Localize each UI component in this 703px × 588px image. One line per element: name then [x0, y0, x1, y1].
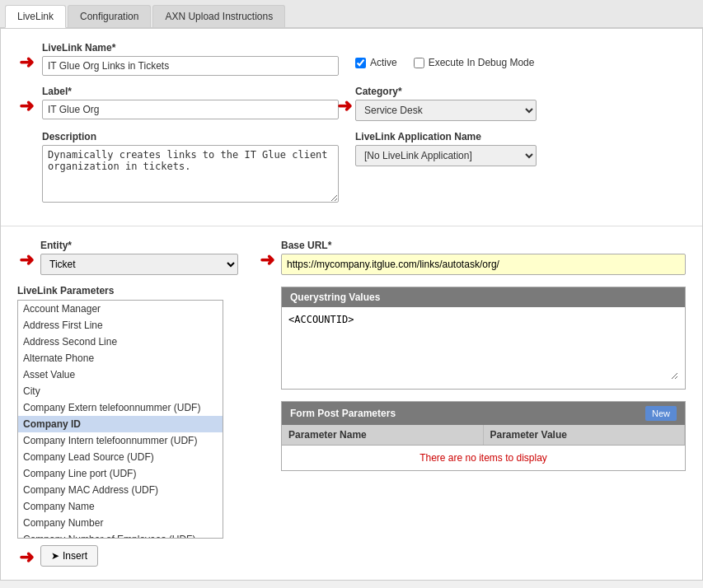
category-group: ➜ Category* Service Desk: [355, 86, 537, 121]
tab-livelink[interactable]: LiveLink: [5, 5, 66, 28]
top-section: ➜ LiveLink Name* Active Execute In Debug…: [1, 29, 702, 226]
list-item[interactable]: Address First Line: [18, 317, 223, 334]
querystring-content: <ACCOUNTID>: [282, 307, 685, 389]
description-label: Description: [42, 131, 339, 142]
entity-group: ➜ Entity* Ticket: [40, 240, 265, 275]
new-button[interactable]: New: [645, 406, 677, 421]
livelink-name-label: LiveLink Name*: [42, 42, 339, 54]
formpost-box: Form Post Parameters New Parameter Name …: [281, 401, 686, 471]
tab-axn-upload[interactable]: AXN Upload Instructions: [152, 5, 285, 27]
debug-group: Execute In Debug Mode: [414, 42, 535, 68]
list-item[interactable]: Address Second Line: [18, 334, 223, 350]
left-panel: ➜ Entity* Ticket LiveLink Parameters Acc…: [17, 240, 265, 567]
label-group: Label*: [42, 86, 339, 119]
category-label: Category*: [355, 86, 537, 97]
arrow-category: ➜: [337, 97, 352, 115]
tabs-bar: LiveLink Configuration AXN Upload Instru…: [0, 0, 703, 28]
livelink-name-group: LiveLink Name*: [42, 42, 339, 76]
list-item[interactable]: Company Lead Source (UDF): [18, 449, 223, 465]
livelink-name-input[interactable]: [42, 56, 339, 76]
list-item[interactable]: Company Line port (UDF): [18, 465, 223, 482]
category-select[interactable]: Service Desk: [355, 100, 537, 121]
arrow-base-url: ➜: [260, 251, 274, 269]
col-param-name: Parameter Name: [282, 425, 484, 445]
params-list[interactable]: Account ManagerAddress First LineAddress…: [17, 300, 223, 539]
table-header: Parameter Name Parameter Value: [282, 425, 685, 446]
page-content: ➜ LiveLink Name* Active Execute In Debug…: [0, 28, 703, 581]
list-item[interactable]: Account Manager: [18, 301, 223, 317]
list-item[interactable]: City: [18, 383, 223, 399]
list-item[interactable]: Company Intern telefoonnummer (UDF): [18, 432, 223, 449]
insert-icon: ➤: [51, 550, 59, 562]
tab-configuration[interactable]: Configuration: [68, 5, 151, 27]
debug-checkbox[interactable]: [414, 58, 424, 68]
base-url-group: ➜ Base URL*: [281, 240, 686, 275]
list-item[interactable]: Company MAC Address (UDF): [18, 482, 223, 498]
base-url-input[interactable]: [281, 254, 686, 275]
arrow-company-id: ➜: [19, 548, 34, 567]
label-input[interactable]: [42, 100, 339, 119]
list-item[interactable]: Company Number of Employees (UDF): [18, 531, 223, 539]
formpost-header: Form Post Parameters New: [282, 402, 685, 425]
right-panel: ➜ Base URL* Querystring Values <ACCOUNTI…: [281, 240, 686, 567]
list-item[interactable]: Company Name: [18, 498, 223, 515]
livelink-params-section: LiveLink Parameters Account ManagerAddre…: [17, 285, 265, 567]
arrow-entity: ➜: [19, 251, 34, 269]
arrow-livelink-name: ➜: [19, 54, 34, 72]
base-url-label: Base URL*: [281, 240, 686, 251]
col-param-value: Parameter Value: [484, 425, 686, 445]
querystring-header: Querystring Values: [282, 287, 685, 307]
list-item[interactable]: Alternate Phone: [18, 350, 223, 366]
entity-label: Entity*: [40, 240, 265, 251]
label-label: Label*: [42, 86, 339, 97]
livelink-app-label: LiveLink Application Name: [355, 131, 537, 142]
description-textarea[interactable]: Dynamically creates links to the IT Glue…: [42, 145, 339, 203]
querystring-box: Querystring Values <ACCOUNTID>: [281, 287, 686, 390]
arrow-label: ➜: [19, 97, 34, 115]
active-group: Active: [355, 42, 397, 68]
livelink-app-group: LiveLink Application Name [No LiveLink A…: [355, 131, 537, 166]
description-group: Description Dynamically creates links to…: [42, 131, 339, 203]
list-item[interactable]: Company ID: [18, 416, 223, 432]
bottom-section: ➜ Entity* Ticket LiveLink Parameters Acc…: [1, 226, 702, 580]
debug-label: Execute In Debug Mode: [429, 57, 535, 68]
insert-button[interactable]: ➤ Insert: [40, 545, 98, 567]
active-label: Active: [370, 57, 397, 68]
list-item[interactable]: Company Extern telefoonnummer (UDF): [18, 399, 223, 416]
list-item[interactable]: Company Number: [18, 515, 223, 531]
livelink-params-label: LiveLink Parameters: [17, 285, 265, 296]
active-checkbox[interactable]: [355, 58, 366, 68]
list-item[interactable]: Asset Value: [18, 366, 223, 383]
no-items-text: There are no items to display: [282, 446, 685, 470]
entity-select[interactable]: Ticket: [40, 254, 238, 275]
livelink-app-select[interactable]: [No LiveLink Application]: [355, 145, 537, 166]
querystring-textarea[interactable]: <ACCOUNTID>: [288, 314, 678, 380]
